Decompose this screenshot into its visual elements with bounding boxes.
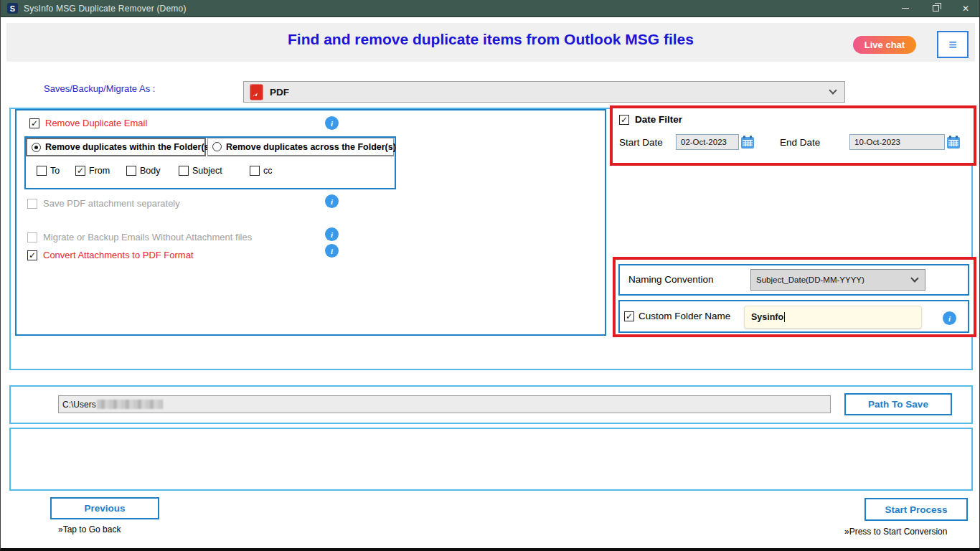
start-process-hint: »Press to Start Conversion: [844, 527, 947, 537]
info-glyph: i: [948, 314, 951, 323]
criteria-from[interactable]: ✓ From: [75, 166, 110, 176]
info-icon[interactable]: i: [325, 227, 339, 241]
naming-convention-label: Naming Convention: [628, 274, 714, 285]
info-glyph: i: [331, 247, 333, 255]
format-dropdown[interactable]: PDF: [243, 81, 845, 103]
criteria-subject[interactable]: Subject: [179, 166, 222, 176]
page-title: Find and remove duplicate items from Out…: [6, 31, 975, 48]
info-glyph: i: [331, 230, 333, 239]
end-date-value: 10-Oct-2023: [854, 138, 900, 146]
to-checkbox[interactable]: [37, 166, 47, 176]
custom-folder-value: Sysinfo: [751, 312, 783, 322]
criteria-cc[interactable]: cc: [250, 166, 273, 176]
app-icon: S: [7, 3, 18, 14]
cc-label: cc: [263, 166, 273, 176]
redacted-username: [97, 400, 163, 409]
radio-across-label: Remove duplicates across the Folder(s): [226, 142, 396, 152]
info-icon[interactable]: i: [943, 311, 956, 325]
to-label: To: [50, 166, 60, 176]
previous-hint: »Tap to Go back: [58, 524, 121, 534]
minimize-icon: [902, 8, 909, 9]
end-date-label: End Date: [780, 137, 820, 148]
app-window: S SysInfo MSG Duplicate Remover (Demo) ✕…: [0, 0, 980, 551]
body-label: Body: [140, 166, 161, 176]
custom-folder-input[interactable]: Sysinfo: [744, 306, 922, 329]
start-process-button[interactable]: Start Process: [864, 498, 968, 521]
live-chat-button[interactable]: Live chat: [853, 36, 916, 54]
date-filter-checkbox[interactable]: ✓: [619, 115, 629, 125]
close-button[interactable]: ✕: [951, 0, 980, 17]
subject-checkbox[interactable]: [179, 166, 189, 176]
restore-icon: [933, 5, 939, 11]
status-log-panel: [9, 428, 973, 491]
start-date-value: 02-Oct-2023: [681, 138, 727, 146]
from-checkbox[interactable]: ✓: [75, 166, 85, 176]
end-date-input[interactable]: 10-Oct-2023: [849, 134, 945, 150]
minimize-button[interactable]: [890, 0, 920, 17]
save-pdf-attachment-label: Save PDF attachment separately: [43, 198, 180, 209]
info-glyph: i: [331, 197, 333, 206]
save-path-input[interactable]: C:\Users: [58, 395, 831, 413]
radio-selected-icon: [32, 143, 41, 152]
remove-duplicate-email-checkbox[interactable]: ✓: [29, 118, 39, 128]
subject-label: Subject: [192, 166, 222, 176]
radio-unselected-icon: [212, 142, 222, 151]
info-glyph: i: [331, 119, 333, 128]
custom-folder-label: Custom Folder Name: [639, 311, 730, 321]
criteria-to[interactable]: To: [37, 166, 60, 176]
path-to-save-button[interactable]: Path To Save: [844, 393, 952, 415]
text-cursor: [784, 312, 785, 322]
save-path-value: C:\Users: [62, 400, 96, 410]
previous-button[interactable]: Previous: [50, 497, 159, 519]
date-filter-label: Date Filter: [635, 114, 682, 125]
custom-folder-checkbox[interactable]: ✓: [624, 311, 634, 321]
menu-button[interactable]: ≡: [937, 31, 969, 58]
window-title: SysInfo MSG Duplicate Remover (Demo): [24, 4, 187, 14]
naming-convention-value: Subject_Date(DD-MM-YYYY): [756, 276, 864, 284]
radio-within-label: Remove duplicates within the Folder(s): [45, 142, 212, 152]
naming-convention-dropdown[interactable]: Subject_Date(DD-MM-YYYY): [750, 269, 925, 291]
chevron-down-icon: [829, 86, 837, 94]
convert-attachments-label: Convert Attachments to PDF Format: [43, 250, 194, 260]
title-bar: S SysInfo MSG Duplicate Remover (Demo) ✕: [1, 0, 980, 17]
hamburger-icon: ≡: [948, 37, 957, 53]
migrate-without-attachment-label: Migrate or Backup Emails Without Attachm…: [43, 232, 252, 242]
cc-checkbox[interactable]: [250, 166, 260, 176]
end-date-calendar-icon[interactable]: [946, 135, 961, 149]
chevron-down-icon: [910, 274, 918, 282]
convert-attachments-checkbox[interactable]: ✓: [27, 250, 37, 260]
restore-button[interactable]: [920, 0, 951, 17]
radio-across-folders[interactable]: Remove duplicates across the Folder(s): [207, 138, 394, 156]
radio-within-folders[interactable]: Remove duplicates within the Folder(s): [26, 138, 206, 156]
save-pdf-attachment-checkbox[interactable]: [27, 199, 37, 209]
start-date-calendar-icon[interactable]: [740, 135, 755, 149]
window-controls: ✕: [890, 0, 980, 17]
remove-duplicate-email-label: Remove Duplicate Email: [45, 118, 147, 128]
migrate-without-attachment-checkbox[interactable]: [27, 232, 37, 242]
start-date-label: Start Date: [619, 137, 663, 148]
criteria-body[interactable]: Body: [126, 166, 161, 176]
header-band: Find and remove duplicate items from Out…: [6, 23, 975, 62]
info-icon[interactable]: i: [325, 194, 339, 208]
close-icon: ✕: [962, 4, 969, 14]
format-selected-value: PDF: [270, 87, 289, 98]
info-icon[interactable]: i: [325, 116, 339, 130]
start-date-input[interactable]: 02-Oct-2023: [676, 134, 739, 150]
body-checkbox[interactable]: [126, 166, 136, 176]
format-label: Saves/Backup/Migrate As :: [44, 83, 155, 94]
from-label: From: [89, 166, 110, 176]
pdf-icon: [250, 84, 263, 100]
info-icon[interactable]: i: [325, 244, 339, 258]
